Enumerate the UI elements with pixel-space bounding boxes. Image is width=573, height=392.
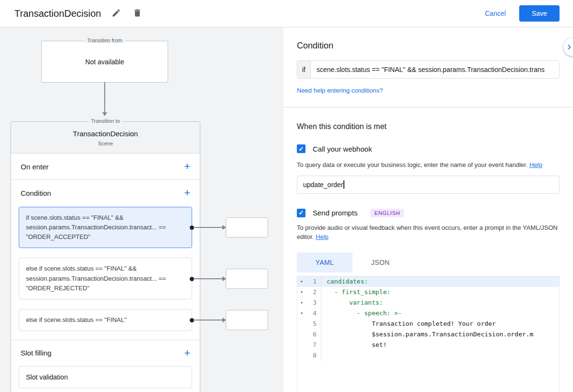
condition-text: if scene.slots.status == "FINAL" && sess…: [26, 214, 166, 240]
transition-to-label: Transition to: [88, 118, 122, 124]
transition-arrow-head-icon: [102, 112, 107, 116]
code-text[interactable]: candidates:: [321, 276, 559, 287]
editor-format-tabs: YAML JSON: [297, 252, 560, 273]
transition-target-node-2[interactable]: [226, 269, 268, 289]
editor-line: 7 set!: [297, 340, 559, 350]
send-prompts-row: ✓ Send prompts ENGLISH: [297, 209, 560, 217]
edit-title-button[interactable]: [110, 8, 122, 19]
webhook-help-link[interactable]: Help: [529, 161, 542, 168]
webhook-description: To query data or execute your business l…: [297, 160, 560, 170]
editor-line: 8: [297, 350, 559, 361]
tab-json[interactable]: JSON: [353, 252, 408, 273]
panel-divider: [283, 107, 573, 107]
transition-from-node: Transition from Not available: [41, 41, 168, 83]
editor-line: ▾4 - speech: >-: [297, 308, 559, 319]
plus-icon: +: [184, 160, 190, 172]
prompts-description: To provide audio or visual feedback when…: [297, 223, 560, 242]
scene-name: TransactionDecision: [17, 130, 194, 138]
send-prompts-label: Send prompts: [313, 209, 357, 217]
cancel-button[interactable]: Cancel: [485, 10, 506, 17]
chevron-right-icon: ›: [567, 40, 571, 53]
transition-target-node-1[interactable]: [226, 217, 268, 238]
transition-target-node-3[interactable]: [226, 310, 268, 330]
scene-type-label: Scene: [17, 141, 194, 146]
prompts-description-text: To provide audio or visual feedback when…: [297, 224, 558, 241]
pencil-icon: [111, 8, 121, 19]
slot-filling-section: Slot filling +: [11, 340, 200, 366]
condition-section-label: Condition: [21, 189, 51, 197]
line-number: 7: [306, 340, 321, 350]
webhook-checkbox-checked-icon[interactable]: ✓: [297, 144, 305, 153]
plus-icon: +: [184, 187, 190, 199]
line-number: 4: [306, 308, 321, 319]
call-webhook-row: ✓ Call your webhook: [297, 144, 560, 153]
condition-detail-panel: › Condition if Need help entering condit…: [283, 27, 573, 392]
condition-text: else if scene.slots.status == "FINAL": [26, 316, 126, 323]
line-number: 1: [306, 276, 321, 287]
line-number: 8: [306, 350, 321, 361]
webhook-description-text: To query data or execute your business l…: [297, 161, 529, 168]
fold-arrow-icon[interactable]: ▾: [297, 287, 306, 297]
call-webhook-label: Call your webhook: [313, 145, 372, 153]
fold-arrow-icon[interactable]: ▾: [297, 308, 306, 319]
connector-line: [194, 227, 223, 228]
scene-flow-canvas: Transition from Not available Transition…: [0, 27, 283, 392]
code-text[interactable]: $session.params.TransactionDecision.orde…: [321, 329, 559, 340]
tab-yaml[interactable]: YAML: [297, 252, 353, 273]
editor-line: ▾3 variants:: [297, 297, 559, 308]
transition-from-label: Transition from: [85, 37, 125, 43]
condition-text: else if scene.slots.status == "FINAL" &&…: [26, 265, 166, 291]
code-text[interactable]: variants:: [321, 297, 559, 308]
trash-icon: [133, 8, 142, 19]
condition-card-2[interactable]: else if scene.slots.status == "FINAL" &&…: [19, 258, 192, 299]
language-badge: ENGLISH: [370, 209, 404, 217]
webhook-handler-value: update_order: [303, 181, 343, 189]
page-title: TransactionDecision: [14, 8, 101, 19]
editor-line: ▾1 candidates:: [297, 276, 559, 287]
line-number: 6: [306, 329, 321, 340]
line-number: 3: [306, 297, 321, 308]
line-number: 2: [306, 287, 321, 297]
save-button[interactable]: Save: [519, 5, 560, 22]
add-slot-button[interactable]: +: [184, 348, 190, 358]
editor-line: 6 $session.params.TransactionDecision.or…: [297, 329, 559, 340]
condition-section: Condition +: [11, 180, 200, 206]
prompts-help-link[interactable]: Help: [316, 233, 329, 240]
webhook-handler-input[interactable]: update_order: [297, 176, 560, 194]
slot-filling-label: Slot filling: [21, 349, 51, 357]
conditions-help-link[interactable]: Need help entering conditions?: [297, 87, 383, 94]
code-text[interactable]: - first_simple:: [321, 287, 559, 297]
code-text[interactable]: set!: [321, 340, 559, 350]
panel-title: Condition: [297, 27, 560, 51]
condition-expression-input[interactable]: [311, 61, 559, 78]
code-text[interactable]: [321, 350, 559, 361]
condition-card-1[interactable]: if scene.slots.status == "FINAL" && sess…: [19, 207, 192, 248]
add-on-enter-button[interactable]: +: [184, 162, 190, 171]
prompts-checkbox-checked-icon[interactable]: ✓: [297, 209, 305, 217]
code-text[interactable]: - speech: >-: [321, 308, 559, 319]
editor-line: 5 Transaction completed! Your order: [297, 319, 559, 329]
delete-scene-button[interactable]: [132, 8, 143, 19]
code-text[interactable]: Transaction completed! Your order: [321, 319, 559, 329]
line-number: 5: [306, 319, 321, 329]
fold-arrow-icon[interactable]: ▾: [297, 297, 306, 308]
condition-card-list: if scene.slots.status == "FINAL" && sess…: [11, 206, 200, 340]
on-enter-label: On enter: [21, 163, 49, 171]
plus-icon: +: [184, 347, 190, 359]
top-bar: TransactionDecision Cancel Save: [0, 0, 573, 27]
connector-line: [194, 278, 223, 279]
if-prefix-label: if: [297, 61, 311, 78]
add-condition-button[interactable]: +: [184, 188, 190, 198]
fold-arrow-icon[interactable]: ▾: [297, 276, 306, 287]
connector-line: [194, 320, 223, 321]
condition-expression-row: if: [297, 60, 560, 79]
scene-node: Transition to TransactionDecision Scene …: [11, 121, 200, 392]
editor-line: ▾2 - first_simple:: [297, 287, 559, 297]
prompt-code-editor[interactable]: ▾1 candidates: ▾2 - first_simple: ▾3 var…: [297, 276, 560, 392]
slot-validation-card[interactable]: Slot validation: [19, 366, 192, 388]
when-condition-met-title: When this condition is met: [297, 122, 560, 131]
text-caret: [343, 180, 344, 189]
on-enter-section: On enter +: [11, 154, 200, 179]
transition-arrow-line: [104, 82, 105, 112]
condition-card-3[interactable]: else if scene.slots.status == "FINAL": [19, 309, 192, 331]
